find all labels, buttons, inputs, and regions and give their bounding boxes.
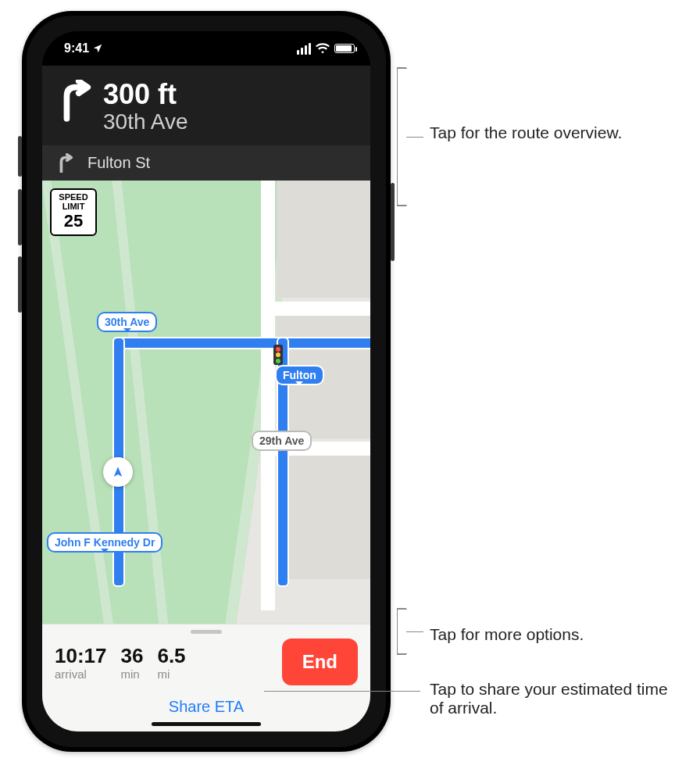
volume-up-button [18, 189, 22, 245]
turn-right-small-icon [56, 153, 73, 173]
mute-switch [18, 136, 22, 177]
home-indicator[interactable] [152, 722, 261, 726]
callout-more-options: Tap for more options. [430, 625, 584, 644]
share-eta-link[interactable]: Share ETA [169, 698, 244, 715]
map-label-fulton: Fulton [275, 365, 324, 385]
callout-line [264, 691, 420, 692]
map-label-30th-ave: 30th Ave [97, 312, 157, 332]
cell-signal-icon [297, 43, 311, 55]
location-arrow-icon [92, 43, 103, 54]
power-button [391, 183, 395, 261]
volume-down-button [18, 256, 22, 313]
status-time: 9:41 [64, 41, 89, 55]
eta-duration: 36 min [121, 644, 144, 680]
direction-banner-primary[interactable]: 300 ft 30th Ave [42, 66, 370, 145]
map-label-jfk: John F Kennedy Dr [47, 532, 162, 553]
direction-banner-secondary[interactable]: Fulton St [42, 145, 370, 181]
direction-street: 30th Ave [103, 109, 188, 134]
direction-distance: 300 ft [103, 80, 188, 109]
callout-bracket [397, 67, 406, 206]
eta-sheet[interactable]: 10:17 arrival 36 min 6.5 mi End [42, 624, 370, 731]
speed-limit-sign: SPEED LIMIT 25 [50, 188, 97, 235]
map-view[interactable]: SPEED LIMIT 25 30th Ave Fulton 29th Ave … [42, 181, 370, 624]
callout-share-eta: Tap to share your estimated time of arri… [430, 680, 680, 717]
phone-frame: 9:41 300 ft 3 [22, 11, 391, 752]
callout-bracket [397, 608, 406, 655]
battery-icon [334, 44, 355, 53]
route-line [112, 337, 370, 349]
direction-secondary-street: Fulton St [88, 154, 150, 172]
callout-route-overview: Tap for the route overview. [430, 123, 622, 142]
end-button[interactable]: End [282, 638, 358, 685]
traffic-light-icon [273, 345, 283, 365]
map-label-29th-ave: 29th Ave [252, 431, 312, 451]
turn-right-icon [56, 80, 92, 122]
eta-arrival: 10:17 arrival [55, 644, 107, 680]
eta-distance: 6.5 mi [157, 644, 185, 680]
screen: 9:41 300 ft 3 [42, 31, 370, 731]
notch [128, 31, 284, 52]
wifi-icon [316, 43, 330, 54]
